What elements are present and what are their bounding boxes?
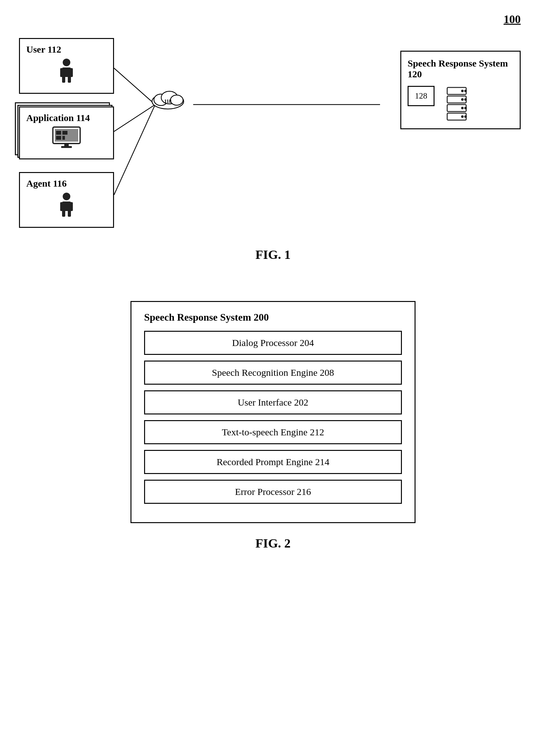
svg-point-36	[464, 98, 467, 101]
application-box: Application 114	[19, 106, 114, 159]
svg-rect-15	[62, 136, 65, 140]
dialog-processor-box: Dialog Processor 204	[144, 331, 402, 355]
srs-box: Speech Response System 120 128	[400, 51, 521, 129]
svg-point-39	[461, 115, 464, 118]
application-monitor-icon	[26, 126, 107, 152]
svg-rect-12	[56, 131, 61, 135]
user-label: User 112	[26, 44, 107, 55]
svg-point-27	[170, 95, 183, 105]
srs-inner-box: 128	[408, 86, 434, 106]
recorded-prompt-box: Recorded Prompt Engine 214	[144, 450, 402, 474]
svg-point-33	[461, 90, 464, 92]
svg-line-2	[114, 105, 155, 195]
fig2-caption: FIG. 2	[0, 536, 546, 551]
svg-rect-14	[56, 136, 61, 140]
user-interface-box: User Interface 202	[144, 390, 402, 414]
svg-point-18	[63, 193, 70, 200]
svg-point-34	[464, 90, 467, 92]
svg-rect-6	[60, 68, 63, 77]
speech-recognition-box: Speech Recognition Engine 208	[144, 361, 402, 385]
application-label: Application 114	[26, 112, 107, 123]
agent-person-icon	[26, 192, 107, 221]
agent-label: Agent 116	[26, 178, 107, 189]
srs-label: Speech Response System 120	[408, 58, 513, 80]
user-person-icon	[26, 58, 107, 86]
svg-rect-23	[68, 210, 71, 217]
svg-rect-7	[70, 68, 73, 77]
svg-text:118: 118	[164, 99, 171, 104]
svg-point-35	[461, 98, 464, 101]
svg-rect-22	[62, 210, 65, 217]
svg-rect-5	[62, 67, 71, 77]
srs2-outer-box: Speech Response System 200 Dialog Proces…	[131, 301, 415, 523]
error-processor-box: Error Processor 216	[144, 480, 402, 504]
srs2-title: Speech Response System 200	[144, 311, 402, 323]
svg-point-4	[63, 59, 70, 66]
svg-rect-17	[61, 146, 72, 148]
server-icon	[444, 86, 469, 122]
agent-box: Agent 116	[19, 172, 114, 228]
svg-rect-20	[60, 202, 63, 211]
svg-point-40	[464, 115, 467, 118]
left-boxes: User 112 Application 114	[19, 38, 114, 228]
tts-engine-box: Text-to-speech Engine 212	[144, 420, 402, 444]
svg-point-37	[461, 107, 464, 109]
fig1-area: User 112 Application 114	[0, 19, 546, 279]
svg-point-38	[464, 107, 467, 109]
fig1-caption: FIG. 1	[0, 247, 546, 262]
svg-rect-13	[62, 131, 67, 135]
svg-rect-16	[64, 144, 69, 146]
svg-rect-19	[62, 202, 71, 211]
fig2-area: Speech Response System 200 Dialog Proces…	[0, 301, 546, 551]
cloud-node: 118	[149, 86, 187, 111]
svg-rect-9	[68, 76, 71, 83]
svg-rect-21	[70, 202, 73, 211]
svg-rect-8	[62, 76, 65, 83]
user-box: User 112	[19, 38, 114, 94]
